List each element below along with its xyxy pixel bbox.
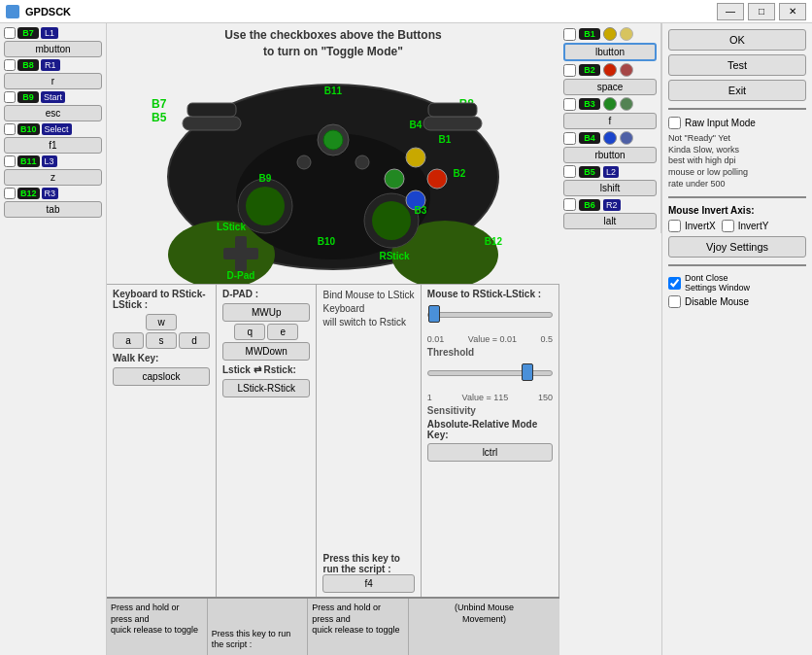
b3-checkbox[interactable] — [563, 98, 576, 111]
b8-r1-badge: R1 — [41, 59, 60, 71]
b10-checkbox[interactable] — [4, 123, 16, 135]
right-settings-panel: OK Test Exit Raw Input Mode Not "Ready" … — [661, 23, 812, 655]
disable-mouse-checkbox[interactable] — [668, 295, 681, 308]
b6-key[interactable]: lalt — [563, 213, 657, 229]
b1-key[interactable]: lbutton — [563, 43, 657, 61]
b12-checkbox-label: B12 R3 — [4, 188, 58, 199]
capslock-key[interactable]: capslock — [113, 367, 210, 386]
svg-point-19 — [323, 130, 343, 150]
divider-2 — [668, 196, 806, 198]
b7-checkbox[interactable] — [4, 27, 16, 39]
dont-close-checkbox[interactable] — [668, 277, 681, 290]
b12-checkbox[interactable] — [4, 188, 16, 199]
b2-key[interactable]: space — [563, 79, 657, 95]
invert-y-checkbox[interactable] — [722, 220, 734, 232]
b4-checkbox[interactable] — [563, 132, 576, 145]
b8-key[interactable]: r — [4, 73, 102, 89]
status-cell-1: Press and hold or press andquick release… — [107, 599, 208, 655]
b1-checkbox[interactable] — [563, 28, 576, 41]
b9-checkbox[interactable] — [4, 91, 16, 103]
b11-key[interactable]: z — [4, 169, 102, 186]
dpad-lr-row: q e — [234, 324, 298, 340]
abs-rel-key[interactable]: lctrl — [427, 443, 553, 462]
bind-mouse-desc: Bind Mouse to LStick Keyboardwill switch… — [322, 289, 414, 329]
threshold-thumb[interactable] — [428, 305, 440, 323]
b1-color-dot2 — [620, 27, 633, 41]
b5-key[interactable]: lshift — [563, 180, 657, 196]
invert-y-label: InvertY — [738, 221, 769, 231]
b2-badge: B2 — [579, 64, 600, 76]
b5-badge: B5 — [579, 166, 600, 178]
b6-checkbox[interactable] — [563, 198, 576, 211]
sensitivity-slider-container — [427, 361, 553, 390]
b10-key[interactable]: f1 — [4, 137, 102, 154]
status-cell-3: Press and hold or press andquick release… — [308, 599, 409, 655]
s-key[interactable]: s — [146, 332, 177, 349]
bind-mouse-section: Bind Mouse to LStick Keyboardwill switch… — [317, 285, 421, 597]
wasd-area: w a s d — [113, 314, 210, 349]
b7-key[interactable]: mbutton — [4, 41, 102, 57]
raw-input-checkbox[interactable] — [668, 117, 681, 129]
bottom-sections: Keyboard to RStick-LStick : w a s d Walk… — [107, 284, 559, 597]
svg-text:LStick: LStick — [217, 222, 246, 232]
dpad-up-btn[interactable]: MWUp — [222, 303, 310, 322]
b11-checkbox[interactable] — [4, 155, 16, 167]
b4-key[interactable]: rbutton — [563, 147, 657, 163]
sensitivity-label: Sensitivity — [427, 405, 553, 416]
app-title: GPDSCK — [25, 6, 71, 17]
b7-key-btn[interactable]: mbutton — [4, 41, 102, 57]
w-key[interactable]: w — [146, 314, 177, 330]
divider-3 — [668, 264, 806, 266]
dpad-down-btn[interactable]: MWDown — [222, 342, 310, 361]
b5-checkbox[interactable] — [563, 165, 576, 178]
b2-checkbox[interactable] — [563, 64, 576, 77]
b3-key[interactable]: f — [563, 113, 657, 129]
b8-checkbox[interactable] — [4, 59, 16, 71]
run-script-key[interactable]: f4 — [322, 574, 414, 593]
b4-color-dot2 — [620, 131, 633, 145]
mouse-rstick-section: Mouse to RStick-LStick : 0.01 Value = 0.… — [422, 285, 559, 597]
invert-x-checkbox[interactable] — [668, 220, 681, 232]
b10-badge: B10 — [17, 123, 40, 135]
dont-close-row: Dont CloseSettings Window — [668, 273, 806, 293]
b5-row: B5 L2 — [563, 165, 657, 178]
test-button[interactable]: Test — [668, 54, 806, 76]
minimize-button[interactable]: — — [717, 3, 744, 20]
b12-r3-badge: R3 — [42, 188, 59, 199]
vjoy-button[interactable]: Vjoy Settings — [668, 236, 806, 258]
dpad-left-btn[interactable]: q — [234, 324, 265, 340]
b6-row: B6 R2 — [563, 198, 657, 211]
invert-x-label: InvertX — [685, 221, 716, 231]
b3-row: B3 — [563, 97, 657, 111]
close-button[interactable]: ✕ — [779, 3, 806, 20]
a-key[interactable]: a — [113, 332, 144, 349]
threshold-labels: 0.01 Value = 0.01 0.5 — [427, 334, 553, 344]
b7-l1-badge: L1 — [41, 27, 58, 39]
b12-key[interactable]: tab — [4, 201, 102, 218]
threshold-max: 0.5 — [540, 334, 553, 344]
b10-row: B10 Select — [4, 123, 102, 135]
app-icon — [6, 5, 19, 18]
window-controls: — □ ✕ — [717, 3, 806, 20]
b9-badge: B9 — [17, 91, 39, 103]
b6-badge: B6 — [579, 199, 600, 211]
sensitivity-max: 150 — [538, 393, 553, 402]
lstick-rstick-btn[interactable]: LStick-RStick — [222, 379, 310, 397]
dpad-right-btn[interactable]: e — [267, 324, 298, 340]
b9-key[interactable]: esc — [4, 105, 102, 121]
b8-row: B8 R1 — [4, 59, 102, 71]
exit-button[interactable]: Exit — [668, 80, 806, 101]
maximize-button[interactable]: □ — [748, 3, 775, 20]
controller-section: Use the checkboxes above the Buttons to … — [107, 23, 559, 284]
dont-close-label: Dont CloseSettings Window — [685, 273, 750, 293]
svg-rect-9 — [235, 236, 247, 271]
b3-color-dot — [603, 97, 617, 111]
svg-point-7 — [372, 201, 411, 240]
ok-button[interactable]: OK — [668, 29, 806, 51]
d-key[interactable]: d — [179, 332, 210, 349]
controller-illustration: B7B5 B8B6 — [144, 60, 523, 284]
keyboard-section: Keyboard to RStick-LStick : w a s d Walk… — [107, 285, 217, 597]
b7-badge: B7 — [17, 27, 39, 39]
sensitivity-thumb[interactable] — [522, 363, 533, 381]
svg-point-20 — [297, 155, 311, 169]
